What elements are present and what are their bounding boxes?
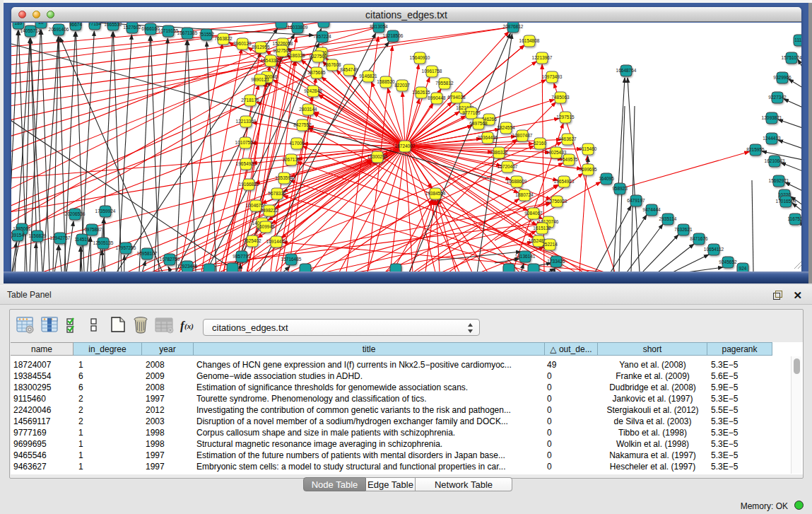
svg-text:164095: 164095	[599, 176, 614, 181]
svg-text:9227342: 9227342	[768, 95, 787, 100]
svg-text:1615132: 1615132	[533, 226, 551, 230]
svg-text:8215955: 8215955	[746, 147, 765, 152]
svg-text:9463627: 9463627	[558, 136, 577, 141]
svg-text:9474444: 9474444	[642, 207, 661, 212]
svg-text:10973493: 10973493	[542, 74, 563, 79]
svg-text:16210643: 16210643	[765, 158, 785, 163]
svg-text:116753: 116753	[787, 216, 801, 221]
svg-text:958923: 958923	[612, 186, 628, 191]
svg-text:1527602: 1527602	[123, 25, 141, 30]
svg-text:8454749: 8454749	[340, 67, 358, 72]
svg-text:10688609: 10688609	[507, 179, 527, 184]
svg-text:1353594: 1353594	[275, 175, 293, 180]
svg-text:8471676: 8471676	[690, 236, 708, 241]
svg-text:6479197: 6479197	[627, 198, 645, 203]
svg-text:9242848: 9242848	[304, 88, 322, 93]
svg-text:20: 20	[38, 23, 44, 25]
svg-text:15640910: 15640910	[410, 55, 430, 60]
svg-text:1065532: 1065532	[104, 23, 122, 27]
svg-text:9699695: 9699695	[579, 167, 597, 172]
svg-text:1156829: 1156829	[29, 233, 47, 238]
svg-text:189: 189	[15, 23, 23, 25]
svg-text:9329966: 9329966	[773, 75, 792, 80]
svg-text:3824554: 3824554	[497, 125, 515, 130]
svg-text:2935114: 2935114	[659, 216, 677, 221]
svg-text:10807487: 10807487	[512, 133, 533, 138]
svg-text:6966160: 6966160	[141, 26, 160, 31]
svg-text:822037: 822037	[394, 83, 410, 88]
svg-text:19166825: 19166825	[239, 182, 259, 187]
svg-text:5678332: 5678332	[268, 191, 286, 196]
svg-text:15720407: 15720407	[498, 164, 518, 169]
svg-text:16648764: 16648764	[616, 68, 637, 73]
svg-text:39154: 39154	[11, 233, 24, 238]
svg-text:16154808: 16154808	[519, 38, 540, 43]
svg-text:7625402: 7625402	[243, 238, 261, 243]
svg-text:10025433: 10025433	[546, 150, 567, 155]
svg-text:7955812: 7955812	[435, 81, 454, 86]
svg-text:8186328: 8186328	[287, 53, 305, 58]
svg-text:3875685: 3875685	[307, 70, 326, 75]
svg-text:12505135: 12505135	[93, 240, 114, 245]
svg-text:18300295: 18300295	[367, 154, 388, 159]
svg-text:7857224: 7857224	[313, 34, 331, 39]
svg-text:(x): (x)	[184, 322, 194, 331]
svg-text:12942757: 12942757	[50, 235, 71, 240]
svg-text:8960123: 8960123	[233, 41, 252, 46]
svg-text:77154: 77154	[88, 23, 101, 26]
svg-text:1880724: 1880724	[515, 192, 534, 197]
svg-text:18724007: 18724007	[395, 144, 416, 148]
svg-text:15692971: 15692971	[769, 178, 789, 183]
svg-text:9327506: 9327506	[273, 48, 291, 53]
svg-text:17359924: 17359924	[95, 209, 116, 214]
svg-text:9777169: 9777169	[462, 110, 481, 115]
svg-text:20364436: 20364436	[478, 135, 498, 140]
svg-text:252214: 252214	[542, 242, 558, 247]
svg-text:3498222: 3498222	[260, 208, 278, 213]
svg-text:9115460: 9115460	[579, 146, 597, 151]
svg-text:7663822: 7663822	[214, 36, 233, 41]
svg-text:16782759: 16782759	[160, 257, 180, 262]
svg-text:10756928: 10756928	[547, 199, 567, 204]
svg-text:15716485: 15716485	[281, 257, 302, 262]
svg-text:9327508: 9327508	[309, 54, 327, 59]
svg-text:10107553: 10107553	[235, 140, 256, 145]
svg-text:417006: 417006	[289, 141, 305, 146]
svg-text:10961758: 10961758	[422, 69, 442, 74]
svg-text:8990448: 8990448	[428, 95, 446, 100]
svg-text:16543382: 16543382	[261, 58, 281, 63]
svg-text:16914479: 16914479	[266, 239, 287, 244]
svg-text:9890123: 9890123	[251, 77, 269, 82]
svg-text:20876812: 20876812	[503, 24, 524, 29]
svg-text:17957255: 17957255	[116, 245, 136, 250]
svg-text:10958107: 10958107	[137, 251, 158, 256]
svg-text:19654923: 19654923	[236, 161, 257, 166]
svg-text:12923446: 12923446	[177, 264, 198, 269]
svg-text:15751074: 15751074	[782, 55, 801, 60]
svg-text:12213369: 12213369	[236, 119, 257, 124]
svg-text:16033809: 16033809	[288, 25, 308, 30]
svg-text:16671385: 16671385	[177, 30, 198, 35]
svg-text:2867608: 2867608	[323, 62, 341, 67]
svg-text:19218506: 19218506	[383, 33, 404, 38]
svg-text:62160: 62160	[534, 141, 546, 146]
svg-text:3267130: 3267130	[282, 157, 300, 162]
svg-text:19384554: 19384554	[425, 191, 446, 196]
svg-text:2803144: 2803144	[299, 107, 317, 112]
svg-text:10046756: 10046756	[246, 203, 266, 208]
svg-text:1297515: 1297515	[556, 115, 575, 119]
svg-text:8912955: 8912955	[252, 45, 270, 49]
svg-text:20206536: 20206536	[65, 211, 86, 216]
svg-text:1244413: 1244413	[763, 136, 781, 141]
svg-text:20691406: 20691406	[49, 27, 69, 32]
svg-text:1733426: 1733426	[547, 259, 565, 264]
svg-text:9245652: 9245652	[719, 259, 737, 264]
svg-text:14055714: 14055714	[20, 28, 41, 33]
svg-text:8427552: 8427552	[293, 122, 312, 127]
svg-text:1609948: 1609948	[257, 224, 275, 229]
svg-text:7632621: 7632621	[674, 227, 693, 232]
svg-text:2718176: 2718176	[241, 98, 259, 103]
svg-text:924: 924	[739, 266, 747, 271]
svg-text:19654923: 19654923	[554, 179, 575, 184]
svg-text:1588520: 1588520	[377, 79, 395, 84]
